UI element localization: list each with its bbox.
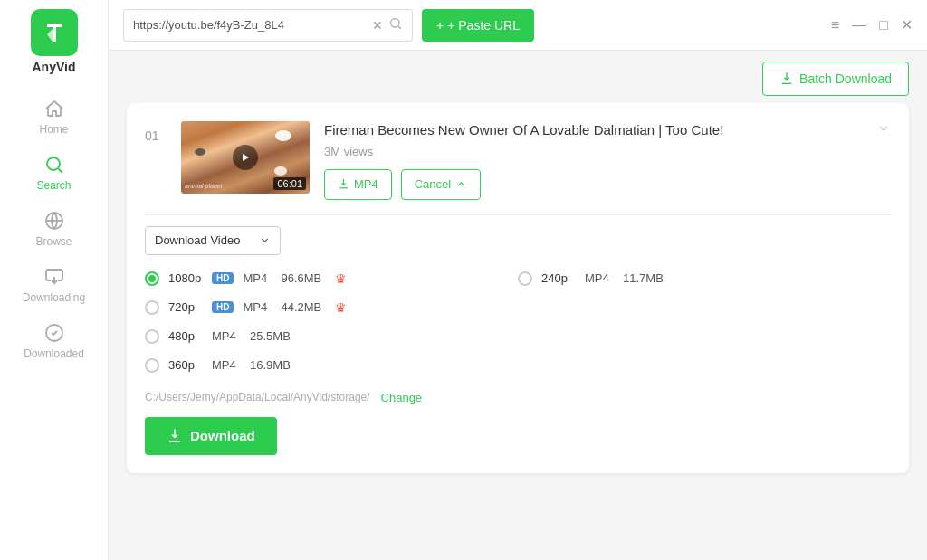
batch-download-label: Batch Download [799,71,892,86]
video-views: 3M views [324,145,862,158]
sidebar-item-search[interactable]: Search [0,145,108,201]
radio-360p[interactable] [145,358,159,373]
quality-label-720p: 720p [168,300,203,314]
svg-point-0 [47,157,60,170]
format-1080p: MP4 [243,271,272,285]
size-240p: 11.7MB [623,271,668,285]
cancel-button[interactable]: Cancel [401,169,481,200]
cancel-label: Cancel [415,177,451,191]
storage-row: C:/Users/Jemy/AppData/Local/AnyVid/stora… [145,391,891,404]
video-thumbnail: 06:01 animal planet [181,121,310,194]
sidebar-item-home-label: Home [39,123,68,136]
storage-path: C:/Users/Jemy/AppData/Local/AnyVid/stora… [145,391,370,403]
radio-240p[interactable] [518,271,532,286]
size-1080p: 96.6MB [281,271,326,285]
play-button-icon[interactable] [233,145,258,170]
maximize-button[interactable]: □ [879,17,888,33]
url-text: https://youtu.be/f4yB-Zu_8L4 [133,18,367,32]
radio-1080p[interactable] [145,271,159,286]
divider [145,214,891,215]
main-content: https://youtu.be/f4yB-Zu_8L4 ✕ + + Paste… [109,0,927,560]
sidebar-item-browse[interactable]: Browse [0,201,108,257]
dropdown-label: Download Video [155,233,252,247]
channel-logo: animal planet [185,182,223,190]
app-logo [31,9,78,56]
download-type-dropdown[interactable]: Download Video [145,226,281,255]
premium-icon-720p: ♛ [335,300,347,315]
url-bar: https://youtu.be/f4yB-Zu_8L4 ✕ [123,9,413,42]
quality-label-240p: 240p [541,271,576,285]
change-path-button[interactable]: Change [381,391,423,404]
svg-line-1 [58,169,62,174]
quality-row-240p: 240p MP4 11.7MB [518,268,891,289]
sidebar-item-search-label: Search [36,179,71,192]
radio-480p[interactable] [145,329,159,344]
quality-label-1080p: 1080p [168,271,203,285]
download-options: Download Video 1080p HD MP4 96.6MB [145,226,891,455]
quality-row-720p: 720p HD MP4 44.2MB ♛ [145,297,518,318]
sidebar-item-downloading[interactable]: Downloading [0,257,108,313]
paste-url-label: + Paste URL [447,18,520,33]
app-name: AnyVid [33,60,76,74]
paste-icon: + [436,18,444,33]
url-clear-button[interactable]: ✕ [372,18,383,33]
video-card: 01 06:0 [127,103,909,473]
close-button[interactable]: ✕ [901,16,913,33]
titlebar: https://youtu.be/f4yB-Zu_8L4 ✕ + + Paste… [109,0,927,51]
video-details: Fireman Becomes New Owner Of A Lovable D… [324,121,862,200]
format-720p: MP4 [243,300,272,314]
options-header: Download Video [145,226,891,255]
sidebar: AnyVid Home Search Browse Downloading [0,0,109,560]
sidebar-item-browse-label: Browse [35,235,72,248]
paste-url-button[interactable]: + + Paste URL [422,9,534,42]
video-info-row: 01 06:0 [145,121,891,200]
quality-row-480p: 480p MP4 25.5MB [145,326,518,347]
format-240p: MP4 [585,271,614,285]
quality-row-1080p: 1080p HD MP4 96.6MB ♛ [145,268,518,289]
mp4-label: MP4 [354,177,378,191]
download-button[interactable]: Download [145,417,277,455]
window-controls: ≡ — □ ✕ [831,16,913,33]
download-button-label: Download [190,428,255,443]
quality-label-480p: 480p [168,329,203,343]
video-duration: 06:01 [273,177,306,190]
url-search-icon[interactable] [388,16,403,34]
format-480p: MP4 [212,329,241,343]
svg-line-6 [398,26,401,29]
video-actions: MP4 Cancel [324,169,862,200]
sidebar-item-downloaded[interactable]: Downloaded [0,313,108,369]
hd-badge-720p: HD [212,301,234,313]
svg-marker-7 [243,154,249,161]
mp4-button[interactable]: MP4 [324,169,392,200]
batch-area: Batch Download [109,51,927,103]
size-360p: 16.9MB [250,358,295,372]
size-480p: 25.5MB [250,329,295,343]
content-area: 01 06:0 [109,103,927,560]
minimize-button[interactable]: — [852,17,866,33]
video-index: 01 [145,121,167,143]
svg-point-5 [391,18,399,26]
sidebar-item-home[interactable]: Home [0,89,108,145]
format-360p: MP4 [212,358,241,372]
hd-badge-1080p: HD [212,272,234,284]
quality-row-360p: 360p MP4 16.9MB [145,355,518,376]
sidebar-item-downloaded-label: Downloaded [24,347,84,360]
video-title: Fireman Becomes New Owner Of A Lovable D… [324,121,862,139]
card-chevron-icon[interactable] [876,121,891,140]
quality-label-360p: 360p [168,358,203,372]
radio-720p[interactable] [145,300,159,315]
batch-download-button[interactable]: Batch Download [762,62,909,96]
size-720p: 44.2MB [281,300,326,314]
premium-icon-1080p: ♛ [335,271,347,286]
quality-grid: 1080p HD MP4 96.6MB ♛ 240p MP4 11.7MB [145,268,891,376]
logo-area: AnyVid [31,9,78,74]
menu-button[interactable]: ≡ [831,17,839,33]
sidebar-item-downloading-label: Downloading [23,291,85,304]
